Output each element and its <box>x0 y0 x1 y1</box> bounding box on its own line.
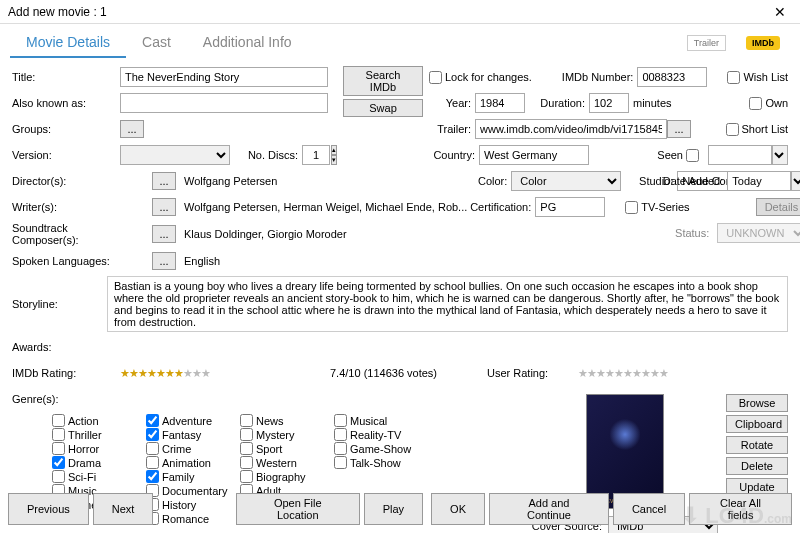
genre-item[interactable]: Action <box>52 414 142 427</box>
genre-checkbox[interactable] <box>146 442 159 455</box>
date-added-picker[interactable] <box>791 171 800 191</box>
genre-item[interactable]: Horror <box>52 442 142 455</box>
genre-item[interactable]: Game-Show <box>334 442 424 455</box>
delete-button[interactable]: Delete <box>726 457 788 475</box>
genre-item[interactable]: Adventure <box>146 414 236 427</box>
lock-checkbox[interactable] <box>429 71 442 84</box>
country-input[interactable] <box>479 145 589 165</box>
footer: Previous Next Open File Location Play OK… <box>8 493 792 525</box>
no-discs-input[interactable] <box>302 145 330 165</box>
year-input[interactable] <box>475 93 525 113</box>
seen-checkbox[interactable] <box>686 149 699 162</box>
window-title: Add new movie : 1 <box>8 5 768 19</box>
tab-cast[interactable]: Cast <box>126 28 187 58</box>
genre-checkbox[interactable] <box>334 442 347 455</box>
color-select[interactable]: Color <box>511 171 621 191</box>
clipboard-button[interactable]: Clipboard <box>726 415 788 433</box>
genre-checkbox[interactable] <box>334 428 347 441</box>
genre-item[interactable]: Mystery <box>240 428 330 441</box>
genre-checkbox[interactable] <box>334 456 347 469</box>
certification-input[interactable] <box>535 197 605 217</box>
genre-item[interactable]: Sport <box>240 442 330 455</box>
genre-checkbox[interactable] <box>52 442 65 455</box>
genre-item[interactable]: Drama <box>52 456 142 469</box>
next-button[interactable]: Next <box>93 493 154 525</box>
languages-browse-button[interactable]: ... <box>152 252 176 270</box>
minutes-label: minutes <box>633 97 672 109</box>
aka-input[interactable] <box>120 93 328 113</box>
details-button[interactable]: Details <box>756 198 800 216</box>
swap-button[interactable]: Swap <box>343 99 423 117</box>
genre-checkbox[interactable] <box>52 428 65 441</box>
genre-checkbox[interactable] <box>334 414 347 427</box>
genres-label: Genre(s): <box>12 393 120 405</box>
tab-movie-details[interactable]: Movie Details <box>10 28 126 58</box>
genre-label: Biography <box>256 471 306 483</box>
previous-button[interactable]: Previous <box>8 493 89 525</box>
languages-label: Spoken Languages: <box>12 255 120 267</box>
discs-down-button[interactable]: ▾ <box>331 155 337 165</box>
genre-checkbox[interactable] <box>146 428 159 441</box>
seen-date-input[interactable] <box>708 145 772 165</box>
genre-checkbox[interactable] <box>240 414 253 427</box>
date-added-label: Date Added: <box>663 175 724 187</box>
imdb-badge[interactable]: IMDb <box>746 36 780 50</box>
genre-item[interactable]: Reality-TV <box>334 428 424 441</box>
version-select[interactable] <box>120 145 230 165</box>
directors-browse-button[interactable]: ... <box>152 172 176 190</box>
languages-value: English <box>184 255 220 267</box>
genre-checkbox[interactable] <box>52 414 65 427</box>
imdb-number-input[interactable] <box>637 67 707 87</box>
duration-input[interactable] <box>589 93 629 113</box>
search-imdb-button[interactable]: Search IMDb <box>343 66 423 96</box>
short-checkbox[interactable] <box>726 123 739 136</box>
date-added-input[interactable] <box>727 171 791 191</box>
storyline-textarea[interactable]: Bastian is a young boy who lives a drear… <box>107 276 788 332</box>
genre-item[interactable]: Animation <box>146 456 236 469</box>
user-rating-stars[interactable]: ★★★★★★★★★★ <box>578 367 668 380</box>
genre-item[interactable]: Thriller <box>52 428 142 441</box>
genre-item[interactable]: News <box>240 414 330 427</box>
browse-button[interactable]: Browse <box>726 394 788 412</box>
tvseries-checkbox[interactable] <box>625 201 638 214</box>
add-continue-button[interactable]: Add and Continue <box>489 493 609 525</box>
genre-item[interactable]: Biography <box>240 470 330 483</box>
tab-additional-info[interactable]: Additional Info <box>187 28 308 58</box>
genre-item[interactable]: Family <box>146 470 236 483</box>
ok-button[interactable]: OK <box>431 493 485 525</box>
trailer-input[interactable] <box>475 119 667 139</box>
trailer-browse-button[interactable]: ... <box>667 120 691 138</box>
genre-checkbox[interactable] <box>52 456 65 469</box>
genre-item[interactable]: Fantasy <box>146 428 236 441</box>
discs-up-button[interactable]: ▴ <box>331 145 337 155</box>
wish-checkbox[interactable] <box>727 71 740 84</box>
trailer-badge[interactable]: Trailer <box>687 35 726 51</box>
genre-label: Adventure <box>162 415 212 427</box>
genre-checkbox[interactable] <box>146 470 159 483</box>
rotate-button[interactable]: Rotate <box>726 436 788 454</box>
genre-item[interactable]: Musical <box>334 414 424 427</box>
seen-date-picker[interactable] <box>772 145 788 165</box>
genre-checkbox[interactable] <box>240 428 253 441</box>
genre-item[interactable]: Crime <box>146 442 236 455</box>
groups-browse-button[interactable]: ... <box>120 120 144 138</box>
own-checkbox[interactable] <box>749 97 762 110</box>
genre-checkbox[interactable] <box>146 456 159 469</box>
title-input[interactable] <box>120 67 328 87</box>
genre-checkbox[interactable] <box>240 442 253 455</box>
writers-browse-button[interactable]: ... <box>152 198 176 216</box>
genre-checkbox[interactable] <box>240 456 253 469</box>
open-file-location-button[interactable]: Open File Location <box>236 493 360 525</box>
composers-browse-button[interactable]: ... <box>152 225 176 243</box>
genre-checkbox[interactable] <box>240 470 253 483</box>
close-icon[interactable]: ✕ <box>768 4 792 20</box>
genre-label: Talk-Show <box>350 457 401 469</box>
cancel-button[interactable]: Cancel <box>613 493 685 525</box>
genre-item[interactable]: Western <box>240 456 330 469</box>
clear-all-button[interactable]: Clear All fields <box>689 493 792 525</box>
play-button[interactable]: Play <box>364 493 423 525</box>
genre-item[interactable]: Talk-Show <box>334 456 424 469</box>
genre-item[interactable]: Sci-Fi <box>52 470 142 483</box>
genre-checkbox[interactable] <box>52 470 65 483</box>
genre-checkbox[interactable] <box>146 414 159 427</box>
